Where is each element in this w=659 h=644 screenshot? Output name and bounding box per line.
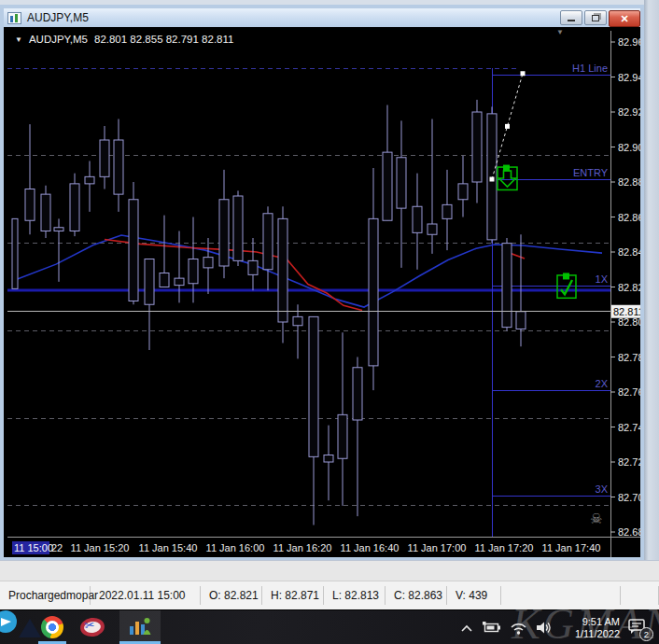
trendline-handle[interactable] (505, 124, 510, 129)
candle-body (160, 273, 169, 287)
time-axis-label[interactable]: 11 Jan 17:20 (475, 542, 534, 553)
candle-body (324, 455, 333, 463)
restore-button[interactable] (584, 10, 607, 25)
metatrader-taskbar-button[interactable] (119, 610, 161, 644)
candle-body (458, 184, 468, 200)
trendline-handle[interactable] (521, 71, 526, 76)
candle-body (114, 140, 123, 194)
time-axis-label[interactable]: 11 Jan 16:20 (273, 542, 332, 553)
candle-body (516, 312, 526, 329)
time-axis-label[interactable]: 11 Jan 17:00 (408, 542, 467, 553)
candle-body (129, 200, 138, 301)
price-axis-label: 82.745 (618, 422, 640, 433)
tray-chevron-icon[interactable] (459, 623, 474, 633)
candle-body (85, 176, 94, 184)
ohlc-header: ▼ AUDJPY,M5 82.801 82.855 82.791 82.811 (15, 34, 233, 45)
close-button[interactable]: ✕ (609, 10, 640, 27)
candle-body (442, 204, 452, 218)
check-marker-anchor[interactable] (563, 273, 569, 279)
candle-body (383, 152, 392, 220)
chart-shift-marker-icon[interactable]: ▼ (556, 28, 564, 36)
check-icon (561, 280, 572, 294)
candle-body (41, 194, 50, 231)
candle-body (233, 196, 243, 260)
screen: AUDJPY,M5 ✕ H1 LineENTRY1X2X3X82.96582.9… (0, 0, 659, 644)
notification-center-button[interactable]: 2 (627, 617, 652, 639)
candle-body (70, 184, 79, 231)
window-title: AUDJPY,M5 (27, 11, 89, 24)
candle-body (413, 206, 422, 232)
chrome-icon[interactable] (41, 616, 63, 638)
price-axis-label: 82.805 (618, 316, 640, 328)
level-label: 1X (596, 273, 609, 285)
candle-body (338, 414, 347, 458)
expert-skull-icon: ☠ (590, 511, 602, 527)
system-tray: 9:51 AM 1/11/2022 2 (459, 610, 652, 644)
time-axis-label[interactable]: 11 Jan 15:40 (139, 542, 198, 553)
status-filler (621, 586, 659, 605)
time-axis-label[interactable]: 11 Jan 16:00 (206, 542, 265, 553)
price-axis-label: 82.825 (618, 282, 640, 293)
price-axis-label: 82.705 (618, 492, 640, 503)
candle-body (248, 260, 258, 274)
current-price-label: 82.811 (613, 306, 640, 317)
status-bar: Prochargedmopar 2022.01.11 15:00 O: 82.8… (0, 581, 659, 609)
mt4-main-window-right-edge (644, 0, 659, 609)
price-axis-label: 82.905 (618, 142, 640, 153)
chart-window: AUDJPY,M5 ✕ H1 LineENTRY1X2X3X82.96582.9… (0, 5, 644, 560)
status-high: H: 82.871 (262, 586, 324, 605)
minimize-icon (568, 20, 575, 21)
battery-icon[interactable] (482, 622, 502, 634)
time-axis-label[interactable]: 22 (51, 542, 63, 553)
taskbar: 9:51 AM 1/11/2022 2 (0, 609, 659, 644)
minimize-button[interactable] (560, 10, 582, 25)
candle-body (100, 140, 109, 176)
price-axis-label: 82.845 (618, 246, 640, 258)
dark-triangle-app-icon[interactable] (19, 619, 41, 637)
candle-body (369, 218, 378, 366)
taskbar-clock[interactable]: 9:51 AM 1/11/2022 (560, 616, 620, 640)
price-axis-label: 82.765 (618, 386, 640, 398)
time-axis-label[interactable]: 11 Jan 16:40 (341, 542, 400, 553)
chart-window-titlebar[interactable]: AUDJPY,M5 ✕ (4, 8, 640, 27)
telegram-icon[interactable] (0, 610, 17, 633)
candle-body (12, 218, 18, 288)
status-open: O: 82.821 (201, 586, 262, 605)
candle-body (309, 316, 318, 456)
price-axis-label: 82.685 (618, 526, 640, 538)
chart-client-area: H1 LineENTRY1X2X3X82.96582.94582.92582.9… (4, 27, 640, 557)
mt4-bottom-band (0, 560, 659, 581)
time-axis-highlight-label[interactable]: 11 15:00 (14, 542, 53, 553)
candle-body (278, 218, 287, 322)
candle-body (175, 278, 184, 286)
price-axis-label: 82.785 (618, 352, 640, 363)
candle-body (293, 316, 302, 325)
price-axis-label: 82.945 (618, 72, 640, 83)
clock-date: 1/11/2022 (560, 628, 620, 640)
status-close: C: 82.863 (386, 586, 447, 605)
status-volume: V: 439 (447, 586, 501, 605)
price-axis-label: 82.885 (618, 176, 640, 188)
candle-body (189, 259, 198, 284)
time-axis-label[interactable]: 11 Jan 15:20 (71, 542, 130, 553)
candle-body (428, 224, 437, 234)
candle-body (502, 244, 512, 328)
candle-body (353, 368, 362, 420)
candle-body (54, 228, 63, 231)
level-label: 2X (596, 378, 609, 389)
time-axis-label[interactable]: 11 Jan 17:40 (542, 542, 601, 553)
wifi-icon[interactable] (510, 622, 527, 635)
red-round-app-icon[interactable] (79, 616, 106, 637)
candle-body (25, 189, 35, 221)
symbol-label: AUDJPY,M5 (29, 34, 88, 45)
chart-svg[interactable]: H1 LineENTRY1X2X3X82.96582.94582.92582.9… (7, 31, 640, 557)
symbol-dropdown-icon[interactable]: ▼ (15, 35, 22, 44)
status-empty (501, 586, 621, 605)
speaker-icon[interactable] (535, 621, 553, 635)
ma-blue-line (15, 235, 602, 307)
down-arrow-icon (499, 171, 516, 187)
price-axis-label: 82.865 (618, 212, 640, 223)
metatrader-icon (128, 615, 152, 637)
level-label: ENTRY (573, 167, 609, 178)
trendline-handle[interactable] (490, 177, 495, 182)
